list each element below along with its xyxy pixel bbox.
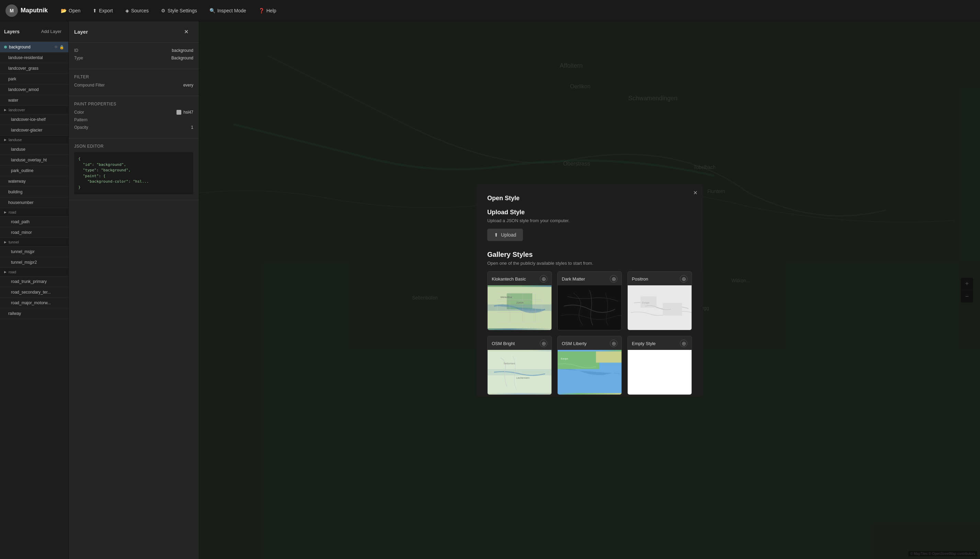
layer-group-road2[interactable]: road — [0, 268, 68, 276]
empty-thumbnail — [628, 350, 692, 395]
help-button[interactable]: ❓ Help — [254, 6, 281, 15]
upload-button[interactable]: ⬆ Upload — [487, 229, 523, 241]
layer-item-road-minor[interactable]: road_minor — [0, 227, 68, 238]
svg-text:Europe: Europe — [561, 357, 568, 360]
layer-item-railway[interactable]: railway — [0, 308, 68, 319]
svg-text:Switzerland: Switzerland — [504, 362, 516, 365]
panel-close-button[interactable]: ✕ — [179, 26, 193, 37]
layer-group-landuse[interactable]: landuse — [0, 136, 68, 144]
layer-item-landcover-amod[interactable]: landcover_amod — [0, 84, 68, 95]
modal-close-button[interactable]: × — [693, 189, 697, 196]
json-editor[interactable]: { "id": "background", "type": "backgroun… — [74, 152, 193, 194]
layer-item-tunnel-msjpr[interactable]: tunnel_msjpr — [0, 246, 68, 257]
gallery-grid: Klokantech Basic ⊕ — [487, 271, 692, 395]
compound-filter-label: Compound Filter — [74, 83, 105, 88]
svg-rect-24 — [663, 303, 682, 316]
layer-name: railway — [4, 311, 21, 316]
gallery-item-title-osmliberty: OSM Liberty — [562, 341, 587, 346]
darkmatter-thumbnail — [558, 285, 621, 330]
gallery-item-osmliberty[interactable]: OSM Liberty ⊕ Europe — [557, 336, 622, 395]
layer-item-waterway[interactable]: waterway — [0, 176, 68, 187]
upload-desc: Upload a JSON style from your computer. — [487, 218, 692, 223]
layer-item-landuse-overlay[interactable]: landuse_overlay_ht — [0, 155, 68, 165]
group-name: road — [8, 270, 16, 274]
layer-group-tunnel[interactable]: tunnel — [0, 238, 68, 246]
layer-item-road-major[interactable]: road_major_motorw... — [0, 298, 68, 308]
id-section: ID background Type Background — [69, 43, 199, 69]
group-name: landuse — [8, 138, 22, 142]
main-layout: Layers Add Layer background 👁 🔒 landuse-… — [0, 21, 980, 559]
layer-item-housenumber[interactable]: housenumber — [0, 197, 68, 208]
layer-item-landcover-glacier[interactable]: landcover-glacier — [0, 125, 68, 136]
pattern-label: Pattern — [74, 117, 88, 122]
gallery-item-empty[interactable]: Empty Style ⊕ — [627, 336, 692, 395]
layer-group-landcover[interactable]: landcover — [0, 106, 68, 114]
layer-item-road-path[interactable]: road_path — [0, 217, 68, 227]
gallery-item-title-positron: Positron — [632, 276, 648, 281]
upload-icon: ⬆ — [494, 232, 498, 238]
gallery-item-darkmatter[interactable]: Dark Matter ⊕ — [557, 271, 622, 330]
gallery-item-positron[interactable]: Positron ⊕ Europe — [627, 271, 692, 330]
layer-item-road-secondary[interactable]: road_secondary_ter... — [0, 287, 68, 298]
filter-section: Filter Compound Filter every — [69, 69, 199, 96]
layer-item-park[interactable]: park — [0, 74, 68, 84]
inspect-icon: 🔍 — [210, 8, 215, 13]
color-swatch — [177, 110, 181, 115]
export-label: Export — [99, 8, 112, 13]
open-button[interactable]: 📂 Open — [56, 6, 85, 15]
add-layer-button[interactable]: Add Layer — [38, 28, 64, 35]
svg-rect-21 — [558, 287, 621, 329]
style-settings-button[interactable]: ⚙ Style Settings — [156, 6, 202, 15]
layer-item-tunnel-msjpr2[interactable]: tunnel_msjpr2 — [0, 257, 68, 268]
opacity-label: Opacity — [74, 125, 88, 130]
layer-name: road_path — [4, 219, 30, 224]
layer-item-road-trunk[interactable]: road_trunk_primary — [0, 276, 68, 287]
sources-button[interactable]: ◈ Sources — [121, 6, 154, 15]
layer-name: tunnel_msjpr2 — [4, 260, 37, 265]
svg-text:Europe: Europe — [642, 301, 649, 304]
open-label: Open — [69, 8, 80, 13]
inspect-mode-button[interactable]: 🔍 Inspect Mode — [205, 6, 251, 15]
add-osmliberty-button[interactable]: ⊕ — [610, 340, 617, 347]
gallery-item-title-osmbright: OSM Bright — [492, 341, 515, 346]
add-positron-button[interactable]: ⊕ — [680, 275, 687, 283]
upload-section-title: Upload Style — [487, 209, 692, 216]
layer-group-road[interactable]: road — [0, 208, 68, 217]
layer-item-landcover-grass[interactable]: landcover_grass — [0, 63, 68, 74]
gallery-item-title-darkmatter: Dark Matter — [562, 276, 585, 281]
layer-item-background[interactable]: background 👁 🔒 — [0, 42, 68, 53]
layer-name: landuse-residential — [4, 55, 43, 60]
layer-name: landcover-glacier — [4, 128, 42, 132]
layer-item-water[interactable]: water — [0, 95, 68, 106]
layer-name: background — [9, 45, 31, 50]
gallery-section-title: Gallery Styles — [487, 251, 692, 258]
svg-text:Winterthur: Winterthur — [500, 296, 512, 299]
json-title: JSON Editor — [74, 144, 193, 149]
sidebar: Layers Add Layer background 👁 🔒 landuse-… — [0, 21, 69, 559]
svg-rect-35 — [628, 350, 692, 392]
positron-thumbnail: Europe — [628, 285, 692, 330]
add-klokantech-button[interactable]: ⊕ — [540, 275, 547, 283]
export-button[interactable]: ⬆ Export — [88, 6, 117, 15]
layer-dot — [4, 46, 7, 48]
map-area: Affoltern Oerlikon Schwamendingen Oberst… — [199, 21, 980, 559]
gallery-item-klokantech[interactable]: Klokantech Basic ⊕ — [487, 271, 552, 330]
layer-item-building[interactable]: building — [0, 187, 68, 197]
modal-backdrop[interactable]: Open Style × Upload Style Upload a JSON … — [199, 21, 980, 559]
add-osmbright-button[interactable]: ⊕ — [540, 340, 547, 347]
add-darkmatter-button[interactable]: ⊕ — [610, 275, 617, 283]
opacity-value: 1 — [191, 125, 193, 130]
layer-item-landuse[interactable]: landuse — [0, 144, 68, 155]
panel-title: Layer — [74, 29, 88, 35]
layer-item-park-outline[interactable]: park_outline — [0, 165, 68, 176]
color-value: hsl47 — [177, 110, 193, 115]
layer-name: tunnel_msjpr — [4, 249, 35, 254]
gallery-item-osmbright[interactable]: OSM Bright ⊕ Switzerland Lie — [487, 336, 552, 395]
filter-row: Compound Filter every — [74, 83, 193, 88]
layer-name: road_secondary_ter... — [4, 290, 51, 294]
layer-name: landcover_grass — [4, 66, 38, 71]
app-name: Maputnik — [21, 7, 48, 14]
layer-item-landcover-ice-shelf[interactable]: landcover-ice-shelf — [0, 114, 68, 125]
add-empty-button[interactable]: ⊕ — [680, 340, 687, 347]
layer-item-landuse-residential[interactable]: landuse-residential — [0, 53, 68, 63]
